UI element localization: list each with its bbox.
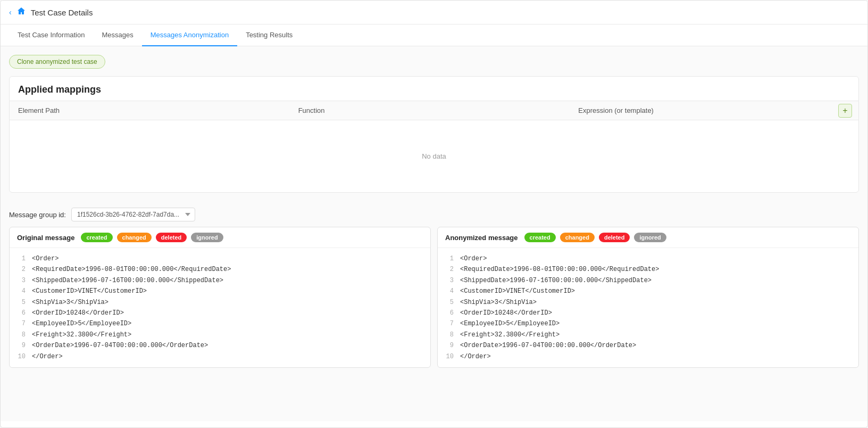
back-button[interactable]: ‹ xyxy=(9,8,12,17)
tab-test-case-information[interactable]: Test Case Information xyxy=(9,24,93,46)
tab-messages[interactable]: Messages xyxy=(93,24,141,46)
applied-mappings-section: Applied mappings Element Path Function E… xyxy=(9,76,859,193)
code-line: 1<Order> xyxy=(17,253,423,264)
code-line: 5 <ShipVia>3</ShipVia> xyxy=(17,297,423,308)
code-line: 2 <RequiredDate>1996-08-01T00:00:00.000<… xyxy=(17,264,423,275)
col-element-path: Element Path xyxy=(10,101,290,120)
table-header-row: Element Path Function Expression (or tem… xyxy=(10,101,858,120)
tab-messages-anonymization[interactable]: Messages Anonymization xyxy=(142,24,237,46)
original-badge-deleted: deleted xyxy=(156,233,187,242)
original-badge-ignored: ignored xyxy=(191,233,223,242)
anonymized-panel-header: Anonymized message created changed delet… xyxy=(438,227,858,248)
add-mapping-button[interactable]: + xyxy=(838,104,852,118)
messages-row: Original message created changed deleted… xyxy=(9,227,859,368)
original-panel-header: Original message created changed deleted… xyxy=(10,227,430,248)
message-group-row: Message group id: 1f1526cd-3b26-4762-82d… xyxy=(9,201,859,227)
clone-anonymized-test-case-button[interactable]: Clone anonymized test case xyxy=(9,55,105,69)
code-line: 5 <ShipVia>3</ShipVia> xyxy=(445,297,851,308)
message-group-select[interactable]: 1f1526cd-3b26-4762-82df-7ad7da... xyxy=(71,208,195,221)
header: ‹ Test Case Details xyxy=(1,1,867,24)
code-line: 4 <CustomerID>VINET</CustomerID> xyxy=(17,286,423,297)
applied-mappings-title: Applied mappings xyxy=(10,77,858,101)
message-group-label: Message group id: xyxy=(9,211,66,219)
anonymized-message-panel: Anonymized message created changed delet… xyxy=(437,227,859,368)
anonymized-badge-deleted: deleted xyxy=(599,233,630,242)
code-line: 7 <EmployeeID>5</EmployeeID> xyxy=(17,318,423,329)
code-line: 10</Order> xyxy=(445,351,851,362)
code-line: 7 <EmployeeID>5</EmployeeID> xyxy=(445,318,851,329)
code-line: 9 <OrderDate>1996-07-04T00:00:00.000</Or… xyxy=(445,340,851,351)
code-line: 1<Order> xyxy=(445,253,851,264)
code-line: 3 <ShippedDate>1996-07-16T00:00:00.000</… xyxy=(17,275,423,286)
tab-testing-results[interactable]: Testing Results xyxy=(237,24,301,46)
mapping-table: Element Path Function Expression (or tem… xyxy=(10,101,858,192)
code-line: 2 <RequiredDate>1996-08-01T00:00:00.000<… xyxy=(445,264,851,275)
tab-bar: Test Case Information Messages Messages … xyxy=(1,24,867,46)
anonymized-badge-changed: changed xyxy=(560,233,595,242)
code-line: 6 <OrderID>10248</OrderID> xyxy=(17,308,423,318)
original-code-content: 1<Order>2 <RequiredDate>1996-08-01T00:00… xyxy=(10,248,430,367)
code-line: 9 <OrderDate>1996-07-04T00:00:00.000</Or… xyxy=(17,340,423,351)
page-wrapper: ‹ Test Case Details Test Case Informatio… xyxy=(0,0,868,428)
no-data-cell: No data xyxy=(10,120,858,193)
code-line: 6 <OrderID>10248</OrderID> xyxy=(445,308,851,318)
original-panel-title: Original message xyxy=(17,234,74,242)
anonymized-badge-created: created xyxy=(524,233,556,242)
original-badge-changed: changed xyxy=(117,233,152,242)
no-data-row: No data xyxy=(10,120,858,193)
code-line: 3 <ShippedDate>1996-07-16T00:00:00.000</… xyxy=(445,275,851,286)
original-message-panel: Original message created changed deleted… xyxy=(9,227,431,368)
code-line: 8 <Freight>32.3800</Freight> xyxy=(445,330,851,340)
main-content: Clone anonymized test case Applied mappi… xyxy=(1,46,867,421)
anonymized-badge-ignored: ignored xyxy=(634,233,666,242)
home-icon[interactable] xyxy=(17,7,26,18)
code-line: 8 <Freight>32.3800</Freight> xyxy=(17,330,423,340)
code-line: 4 <CustomerID>VINET</CustomerID> xyxy=(445,286,851,297)
col-expression: Expression (or template) + xyxy=(570,101,858,120)
anonymized-code-content: 1<Order>2 <RequiredDate>1996-08-01T00:00… xyxy=(438,248,858,367)
code-line: 10</Order> xyxy=(17,351,423,362)
col-function: Function xyxy=(290,101,570,120)
anonymized-panel-title: Anonymized message xyxy=(445,234,518,242)
original-badge-created: created xyxy=(81,233,112,242)
page-title: Test Case Details xyxy=(31,8,93,17)
